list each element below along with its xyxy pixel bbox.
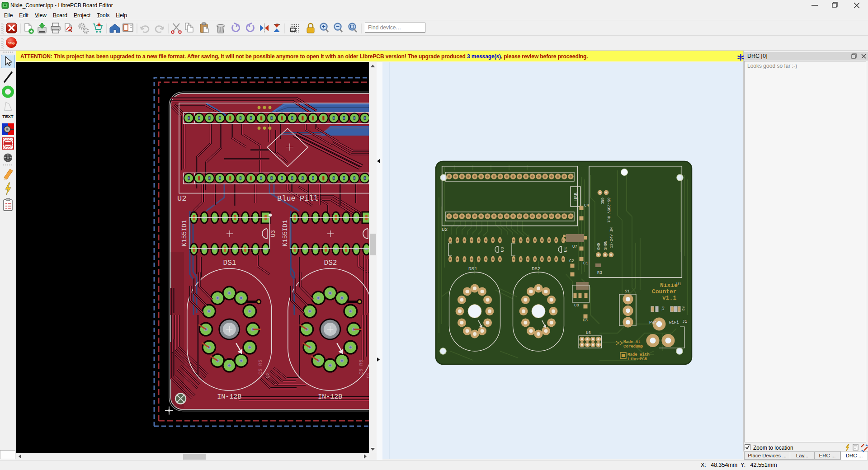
svg-text:Pill: Pill [300, 194, 318, 203]
svg-text:DS1: DS1 [468, 266, 477, 272]
svg-text:C5 R5: C5 R5 [359, 360, 364, 375]
svg-text:IN-12B: IN-12B [217, 393, 241, 401]
svg-text:R2: R2 [681, 306, 685, 311]
svg-text:K155ID1: K155ID1 [282, 220, 289, 247]
svg-text:Pwr: Pwr [649, 320, 656, 325]
svg-text:DS2: DS2 [324, 259, 337, 267]
svg-text:DS2: DS2 [532, 266, 541, 272]
svg-text:+: + [296, 193, 298, 198]
svg-text:TEXT: TEXT [2, 114, 13, 119]
svg-text:U3: U3 [270, 230, 277, 237]
svg-text:C5 R5: C5 R5 [258, 360, 263, 375]
svg-text:GND: GND [600, 197, 604, 204]
svg-text:R3: R3 [597, 271, 602, 275]
svg-text:Q2: Q2 [265, 372, 270, 378]
svg-text:U6: U6 [586, 331, 591, 335]
svg-text:Nixie: Nixie [660, 282, 678, 289]
svg-text:IN-12B: IN-12B [318, 393, 342, 401]
svg-text:DS1: DS1 [223, 259, 236, 267]
svg-text:Coredump: Coredump [623, 344, 643, 349]
svg-text:Q2: Q2 [366, 372, 369, 378]
svg-text:R1: R1 [661, 306, 665, 311]
svg-text:WiFi: WiFi [669, 320, 679, 325]
svg-text:U4: U4 [564, 247, 568, 252]
svg-text:Blue: Blue [277, 194, 296, 203]
svg-text:12-24V IN: 12-24V IN [609, 227, 614, 248]
svg-text:C3: C3 [583, 318, 588, 323]
svg-text:Made At: Made At [623, 340, 641, 344]
svg-text:Stop: Stop [8, 41, 14, 45]
svg-text:C1: C1 [583, 261, 588, 266]
svg-text:U3: U3 [500, 247, 505, 252]
svg-text:SHDN: SHDN [604, 241, 608, 250]
svg-text:C4: C4 [584, 203, 589, 208]
svg-text:U2: U2 [177, 194, 186, 203]
svg-text:C2: C2 [569, 259, 574, 263]
svg-text:USB: USB [574, 193, 579, 201]
svg-text:S1: S1 [625, 289, 630, 294]
svg-text:v1.1: v1.1 [662, 295, 676, 301]
svg-text:U2: U2 [442, 227, 448, 232]
svg-text:Made With: Made With [627, 352, 650, 357]
svg-text:GND: GND [597, 243, 601, 250]
svg-text:LibrePCB: LibrePCB [627, 357, 647, 362]
svg-text:J1: J1 [682, 320, 687, 324]
svg-text:Counter: Counter [652, 288, 677, 295]
svg-text:U8: U8 [574, 303, 579, 308]
svg-text:K155ID1: K155ID1 [181, 220, 188, 247]
svg-text:85-235V Out: 85-235V Out [606, 197, 611, 223]
svg-text:U7: U7 [572, 244, 577, 249]
